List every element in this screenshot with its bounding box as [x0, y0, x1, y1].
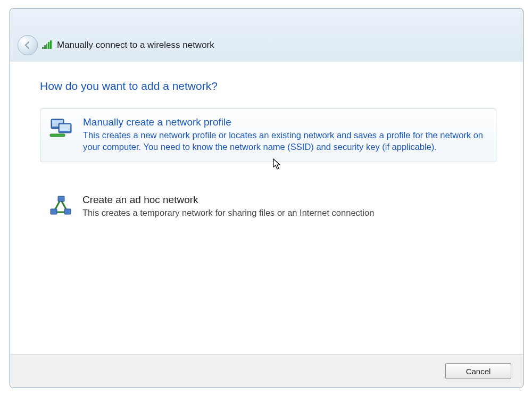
- svg-rect-13: [64, 209, 71, 214]
- monitor-network-icon: [49, 116, 73, 141]
- option-text: Create an ad hoc network This creates a …: [82, 194, 488, 218]
- back-button[interactable]: [18, 35, 38, 55]
- cancel-button[interactable]: Cancel: [445, 363, 511, 379]
- svg-rect-11: [58, 196, 64, 201]
- option-title: Manually create a network profile: [83, 116, 487, 128]
- wizard-window: Manually connect to a wireless network H…: [10, 8, 523, 388]
- wizard-header: Manually connect to a wireless network: [10, 9, 523, 62]
- wizard-body: How do you want to add a network? Manual…: [10, 62, 523, 355]
- option-description: This creates a temporary network for sha…: [82, 207, 488, 218]
- adhoc-network-icon: [48, 194, 73, 218]
- page-heading: How do you want to add a network?: [40, 80, 496, 93]
- wizard-title: Manually connect to a wireless network: [57, 40, 214, 51]
- option-title: Create an ad hoc network: [82, 194, 488, 206]
- back-arrow-icon: [23, 40, 32, 50]
- option-adhoc-network[interactable]: Create an ad hoc network This creates a …: [40, 187, 496, 227]
- option-description: This creates a new network profile or lo…: [83, 129, 487, 153]
- option-manual-profile[interactable]: Manually create a network profile This c…: [40, 108, 496, 162]
- option-text: Manually create a network profile This c…: [83, 116, 487, 153]
- wizard-footer: Cancel: [10, 354, 523, 388]
- svg-rect-12: [51, 209, 57, 214]
- svg-rect-6: [50, 134, 65, 137]
- wifi-signal-icon: [42, 40, 52, 49]
- svg-rect-5: [60, 124, 70, 131]
